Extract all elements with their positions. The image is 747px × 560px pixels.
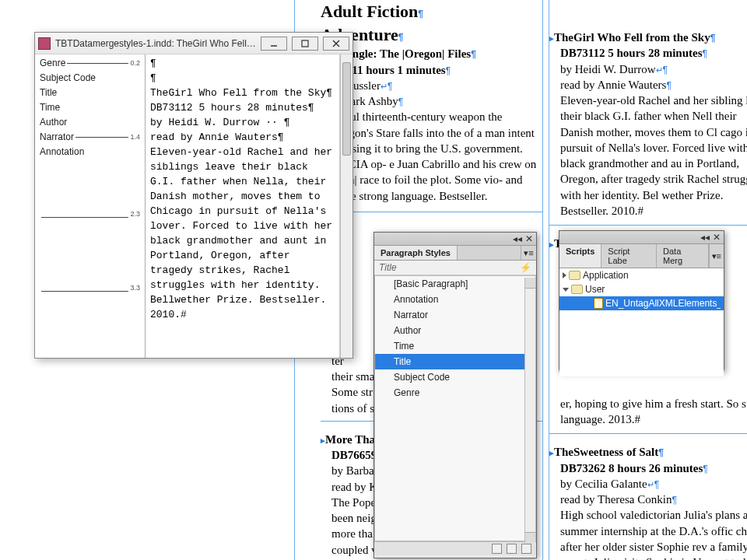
story1-narrator: y Mark Ashby¶ — [331, 93, 542, 109]
new-style-icon[interactable] — [507, 544, 517, 554]
genre-heading: Adult Fiction¶ — [321, 0, 542, 23]
clear-override-icon[interactable]: ⚡ — [520, 262, 531, 273]
delete-style-icon[interactable] — [521, 544, 531, 554]
tree-application[interactable]: Application — [559, 268, 724, 282]
panel-menu-icon[interactable]: ▾≡ — [709, 244, 724, 268]
style-title[interactable]: Title — [375, 354, 535, 369]
minimize-button[interactable] — [261, 37, 287, 51]
tree-user[interactable]: User — [559, 282, 724, 296]
style-author[interactable]: Author — [375, 323, 535, 338]
subgenre-heading: Adventure¶ — [321, 23, 542, 47]
storyR1-title: ▸TheGirl Who Fell from the Sky¶ — [549, 30, 747, 45]
style-subject-code[interactable]: Subject Code — [375, 369, 535, 385]
story1-code: 147 11 hours 1 minutes¶ — [331, 62, 542, 78]
maximize-button[interactable] — [292, 37, 318, 51]
panel-menu-icon[interactable]: ▾≡ — [521, 246, 536, 260]
disclosure-triangle-icon[interactable] — [563, 272, 566, 278]
story1-annotation: verful thirteenth-century weapon the Dra… — [331, 109, 542, 204]
tab-scripts[interactable]: Scripts — [559, 244, 601, 268]
tree-script-item[interactable]: EN_UntagAllXMLElements_ACTI — [559, 296, 724, 310]
paragraph-styles-list[interactable]: [Basic Paragraph] Annotation Narrator Au… — [374, 275, 536, 541]
folder-icon — [571, 285, 583, 294]
panel-close-icon[interactable]: ✕ — [712, 233, 721, 242]
folder-icon — [569, 271, 580, 280]
storyR1-annotation: Eleven-year-old Rachel and her sibling l… — [560, 93, 747, 219]
story-editor-title: TBTDatamergestyles-1.indd: TheGirl Who F… — [55, 38, 256, 49]
script-icon — [594, 298, 603, 309]
style-annotation[interactable]: Annotation — [375, 292, 535, 307]
story1-title: TheJungle: The |Oregon| Files¶ — [321, 46, 542, 61]
tab-paragraph-styles[interactable]: Paragraph Styles — [374, 246, 458, 260]
style-time[interactable]: Time — [375, 338, 535, 354]
panel-scrollbar[interactable] — [524, 278, 535, 543]
panel-close-icon[interactable]: ✕ — [524, 235, 533, 243]
story-scrollbar[interactable] — [340, 54, 352, 358]
panel-collapse-icon[interactable]: ◂◂ — [700, 233, 709, 242]
style-genre[interactable]: Genre — [375, 385, 535, 401]
disclosure-triangle-icon[interactable] — [563, 288, 569, 292]
close-button[interactable] — [323, 37, 349, 51]
tab-data-merge[interactable]: Data Merg — [657, 244, 709, 268]
storyR3-title: ▸TheSweetness of Salt¶ — [549, 444, 747, 460]
panel-collapse-icon[interactable]: ◂◂ — [513, 235, 521, 243]
svg-rect-1 — [302, 40, 308, 47]
style-name-column: Genre0.2 Subject Code Title Time Author … — [35, 54, 146, 358]
app-icon — [38, 37, 51, 50]
current-style-label: Title — [379, 262, 397, 273]
story-editor-titlebar[interactable]: TBTDatamergestyles-1.indd: TheGirl Who F… — [35, 33, 352, 54]
scripts-tree[interactable]: Application User EN_UntagAllXMLElements_… — [559, 268, 724, 376]
new-group-icon[interactable] — [492, 544, 502, 554]
style-narrator[interactable]: Narrator — [375, 307, 535, 323]
story-editor-window[interactable]: TBTDatamergestyles-1.indd: TheGirl Who F… — [34, 32, 353, 359]
style-basic-paragraph[interactable]: [Basic Paragraph] — [375, 276, 535, 292]
scripts-panel[interactable]: ◂◂ ✕ Scripts Script Labe Data Merg ▾≡ Ap… — [559, 230, 724, 372]
story-text-column[interactable]: ¶ ¶ TheGirl Who Fell from the Sky¶ DB731… — [146, 54, 340, 358]
tab-script-label[interactable]: Script Labe — [601, 244, 657, 268]
paragraph-styles-panel[interactable]: ◂◂ ✕ Paragraph Styles ▾≡ Title ⚡ [Basic … — [374, 232, 537, 558]
story1-author: ve Cussler↵¶ — [331, 78, 542, 93]
